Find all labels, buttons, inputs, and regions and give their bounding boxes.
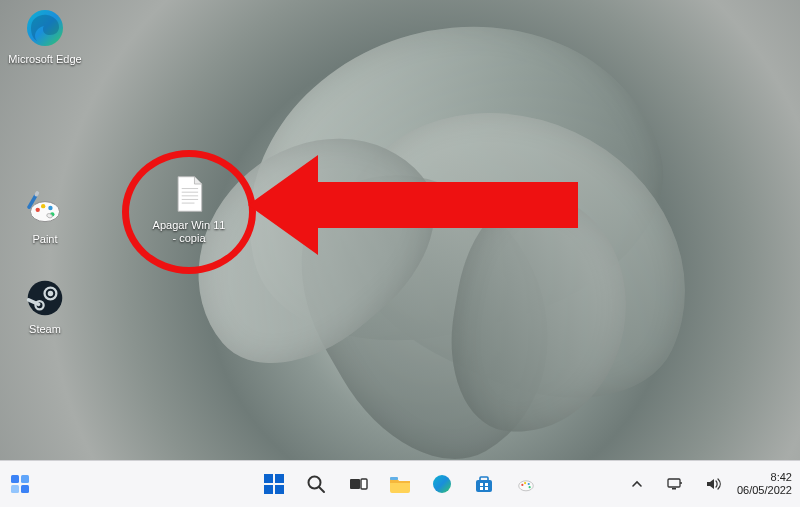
desktop-icon-label: Microsoft Edge — [6, 53, 84, 66]
svg-point-1 — [30, 202, 59, 222]
widgets-button[interactable] — [6, 470, 34, 498]
desktop-icon-paint[interactable]: Paint — [6, 186, 84, 246]
svg-rect-28 — [350, 479, 360, 489]
microsoft-store-button[interactable] — [470, 470, 498, 498]
windows-start-icon — [263, 473, 285, 495]
svg-rect-33 — [480, 477, 488, 481]
svg-rect-30 — [390, 477, 398, 480]
svg-point-3 — [41, 204, 45, 208]
svg-point-8 — [28, 281, 63, 316]
network-button[interactable] — [661, 470, 689, 498]
paint-taskbar-button[interactable] — [512, 470, 540, 498]
store-icon — [474, 474, 494, 494]
desktop-icon-label: Paint — [6, 233, 84, 246]
edge-icon — [23, 6, 67, 50]
paint-icon — [516, 474, 536, 494]
svg-rect-23 — [275, 474, 284, 483]
search-icon — [306, 474, 326, 494]
widgets-icon — [10, 474, 30, 494]
desktop[interactable]: Microsoft Edge Paint — [0, 0, 800, 507]
svg-rect-44 — [672, 488, 676, 490]
edge-icon — [431, 473, 453, 495]
svg-point-38 — [519, 481, 534, 491]
tray-chevron-button[interactable] — [623, 470, 651, 498]
svg-rect-29 — [361, 479, 367, 489]
desktop-icon-label: Apagar Win 11 - copia — [150, 219, 228, 245]
text-file-icon — [167, 172, 211, 216]
svg-rect-19 — [21, 475, 29, 483]
svg-point-42 — [529, 486, 531, 488]
task-view-icon — [348, 474, 368, 494]
desktop-icon-file[interactable]: Apagar Win 11 - copia — [150, 172, 228, 245]
taskbar-date: 06/05/2022 — [737, 484, 792, 497]
start-button[interactable] — [260, 470, 288, 498]
svg-rect-34 — [480, 483, 483, 486]
volume-button[interactable] — [699, 470, 727, 498]
edge-taskbar-button[interactable] — [428, 470, 456, 498]
svg-rect-22 — [264, 474, 273, 483]
svg-line-27 — [319, 487, 324, 492]
search-button[interactable] — [302, 470, 330, 498]
taskbar: 8:42 06/05/2022 — [0, 460, 800, 507]
svg-rect-43 — [668, 479, 680, 487]
steam-icon — [23, 276, 67, 320]
file-explorer-icon — [389, 474, 411, 494]
svg-point-40 — [524, 482, 526, 484]
file-explorer-button[interactable] — [386, 470, 414, 498]
svg-rect-18 — [11, 475, 19, 483]
svg-rect-35 — [485, 483, 488, 486]
taskbar-clock[interactable]: 8:42 06/05/2022 — [737, 471, 792, 497]
task-view-button[interactable] — [344, 470, 372, 498]
svg-rect-21 — [21, 485, 29, 493]
svg-rect-25 — [275, 485, 284, 494]
svg-point-41 — [528, 483, 530, 485]
svg-point-4 — [48, 206, 52, 210]
svg-point-2 — [36, 208, 40, 212]
network-icon — [667, 477, 683, 491]
svg-point-31 — [433, 475, 451, 493]
svg-rect-20 — [11, 485, 19, 493]
taskbar-time: 8:42 — [737, 471, 792, 484]
paint-icon — [23, 186, 67, 230]
svg-rect-36 — [480, 487, 483, 490]
desktop-icon-steam[interactable]: Steam — [6, 276, 84, 336]
svg-point-10 — [48, 291, 53, 296]
chevron-up-icon — [631, 478, 643, 490]
desktop-icon-label: Steam — [6, 323, 84, 336]
desktop-icon-edge[interactable]: Microsoft Edge — [6, 6, 84, 66]
svg-rect-37 — [485, 487, 488, 490]
speaker-icon — [705, 477, 721, 491]
svg-point-39 — [521, 484, 523, 486]
svg-rect-24 — [264, 485, 273, 494]
